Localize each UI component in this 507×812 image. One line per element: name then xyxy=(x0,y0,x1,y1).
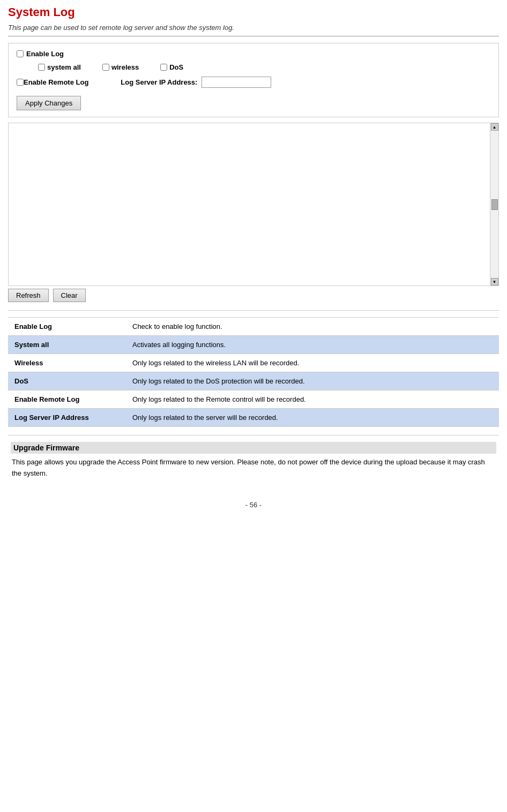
table-definition: Only logs related to the wireless LAN wi… xyxy=(126,354,499,372)
table-term: Enable Log xyxy=(8,318,126,336)
table-term: Log Server IP Address xyxy=(8,409,126,427)
log-button-row: Refresh Clear xyxy=(8,289,499,302)
table-row: Enable Remote LogOnly logs related to th… xyxy=(8,390,499,409)
table-definition: Only logs related to the server will be … xyxy=(126,409,499,427)
page-number: - 56 - xyxy=(8,501,499,517)
page-description: This page can be used to set remote log … xyxy=(8,24,499,36)
scroll-down-arrow[interactable]: ▼ xyxy=(491,278,498,285)
system-all-checkbox[interactable] xyxy=(38,64,45,71)
table-row: DoSOnly logs related to the DoS protecti… xyxy=(8,372,499,390)
info-table: Enable LogCheck to enable log function.S… xyxy=(8,317,499,427)
table-term: DoS xyxy=(8,372,126,390)
checkbox-options-row: system all wireless DoS xyxy=(17,63,490,71)
log-scrollbar[interactable]: ▲ ▼ xyxy=(490,123,498,285)
table-definition: Only logs related to the DoS protection … xyxy=(126,372,499,390)
table-term: System all xyxy=(8,336,126,354)
system-all-item[interactable]: system all xyxy=(38,63,81,71)
table-row: Enable LogCheck to enable log function. xyxy=(8,318,499,336)
form-section: Enable Log system all wireless DoS xyxy=(8,43,499,117)
log-area-container: ▲ ▼ xyxy=(8,123,499,286)
log-server-ip-label: Log Server IP Address: xyxy=(121,78,197,86)
upgrade-section: Upgrade Firmware This page allows you up… xyxy=(8,442,499,479)
remote-log-row: Enable Remote Log Log Server IP Address: xyxy=(17,77,490,88)
checkbox-group: system all wireless DoS xyxy=(38,63,183,71)
table-term: Wireless xyxy=(8,354,126,372)
page-title: System Log xyxy=(8,5,499,19)
log-server-ip-input[interactable] xyxy=(202,77,271,88)
scroll-thumb[interactable] xyxy=(491,199,498,210)
enable-log-row: Enable Log xyxy=(17,50,490,58)
clear-button[interactable]: Clear xyxy=(53,289,86,302)
wireless-item[interactable]: wireless xyxy=(102,63,139,71)
dos-checkbox[interactable] xyxy=(160,64,167,71)
apply-changes-button[interactable]: Apply Changes xyxy=(17,96,81,110)
upgrade-title: Upgrade Firmware xyxy=(11,442,496,454)
table-definition: Only logs related to the Remote control … xyxy=(126,390,499,409)
scroll-up-arrow[interactable]: ▲ xyxy=(491,123,498,131)
table-row: WirelessOnly logs related to the wireles… xyxy=(8,354,499,372)
dos-item[interactable]: DoS xyxy=(160,63,183,71)
divider-2 xyxy=(8,435,499,435)
table-definition: Activates all logging functions. xyxy=(126,336,499,354)
page-container: System Log This page can be used to set … xyxy=(0,0,507,522)
divider-1 xyxy=(8,310,499,311)
upgrade-description: This page allows you upgrade the Access … xyxy=(11,457,496,479)
log-textarea[interactable] xyxy=(9,123,498,284)
enable-remote-log-label[interactable]: Enable Remote Log xyxy=(17,78,88,86)
table-row: Log Server IP AddressOnly logs related t… xyxy=(8,409,499,427)
table-definition: Check to enable log function. xyxy=(126,318,499,336)
wireless-checkbox[interactable] xyxy=(102,64,109,71)
table-row: System allActivates all logging function… xyxy=(8,336,499,354)
enable-remote-log-checkbox[interactable] xyxy=(17,79,24,86)
refresh-button[interactable]: Refresh xyxy=(8,289,49,302)
enable-log-checkbox[interactable] xyxy=(17,50,24,57)
table-term: Enable Remote Log xyxy=(8,390,126,409)
enable-log-label[interactable]: Enable Log xyxy=(17,50,64,58)
